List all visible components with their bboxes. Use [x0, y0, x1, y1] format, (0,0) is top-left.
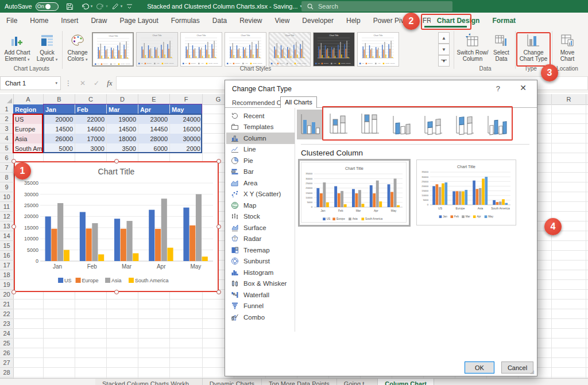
tab-file[interactable]: File	[0, 13, 24, 29]
row-header-22[interactable]: 22	[0, 309, 13, 319]
cell-F1[interactable]: May	[170, 104, 202, 114]
resize-grip[interactable]: ◢	[530, 369, 536, 375]
cell-A2[interactable]: US	[13, 114, 43, 124]
sheet-tab-top-more-data-points[interactable]: Top More Data Points	[262, 379, 337, 385]
row-headers[interactable]: 1234567891011121314151617181920212223242…	[0, 104, 14, 385]
cell-D1[interactable]: Mar	[107, 104, 138, 114]
chart-type-stock[interactable]: Stock	[226, 211, 295, 223]
cell-E1[interactable]: Apr	[138, 104, 169, 114]
subtype-3-d-stacked-column[interactable]	[420, 110, 446, 138]
subtype-clustered-column[interactable]	[297, 110, 322, 139]
column-header-D[interactable]: D	[107, 94, 138, 104]
row-header-2[interactable]: 2	[0, 114, 13, 124]
row-header-25[interactable]: 25	[0, 339, 13, 348]
cell-A4[interactable]: Asia	[13, 134, 43, 143]
select-data-button[interactable]: Select Data	[489, 31, 513, 62]
cell-D3[interactable]: 14500	[107, 124, 138, 134]
chart-style-thumbnail-3[interactable]: Chart TitleUSEuropeAsiaSouth America	[180, 32, 222, 67]
row-header-23[interactable]: 23	[0, 319, 13, 329]
cell-D4[interactable]: 18000	[107, 134, 138, 143]
subtype-3-d-100-stacked-column[interactable]	[452, 110, 477, 138]
tab-view[interactable]: View	[269, 13, 296, 29]
save-icon[interactable]	[66, 3, 74, 10]
chart-type-waterfall[interactable]: Waterfall	[226, 289, 295, 301]
chart-type-histogram[interactable]: Histogram	[226, 267, 295, 278]
chart-selection-handle[interactable]	[11, 224, 16, 229]
column-header-C[interactable]: C	[75, 94, 107, 104]
chart-selection-handle[interactable]	[11, 159, 16, 164]
chart-type-surface[interactable]: Surface	[226, 222, 295, 234]
cell-D5[interactable]: 3500	[107, 143, 138, 153]
cell-B4[interactable]: 26000	[44, 134, 75, 143]
row-header-7[interactable]: 7	[0, 163, 13, 173]
ok-button[interactable]: OK	[465, 361, 494, 374]
cell-A5[interactable]: South America	[13, 143, 43, 153]
row-header-24[interactable]: 24	[0, 329, 13, 339]
cell-C2[interactable]: 22000	[75, 114, 106, 124]
chart-selection-handle[interactable]	[216, 224, 221, 229]
sheet-tab-bar[interactable]: Stacked Column Charts Workb…Dynamic Char…	[0, 378, 588, 385]
ink-dropdown-icon[interactable]: ▾	[121, 4, 123, 9]
chart-selection-handle[interactable]	[114, 159, 119, 164]
tab-data[interactable]: Data	[206, 13, 233, 29]
dialog-close-icon[interactable]: ✕	[520, 83, 527, 92]
cell-E3[interactable]: 14450	[138, 124, 169, 134]
chart-type-map[interactable]: Map	[226, 200, 295, 211]
cell-C3[interactable]: 14600	[75, 124, 106, 134]
chart-selection-handle[interactable]	[11, 290, 16, 294]
redo-icon[interactable]	[96, 3, 104, 10]
row-header-18[interactable]: 18	[0, 270, 13, 280]
cell-F3[interactable]: 16000	[170, 124, 202, 134]
sheet-tab-dynamic-charts[interactable]: Dynamic Charts	[203, 379, 262, 385]
chart-type-combo[interactable]: Combo	[226, 312, 295, 323]
sheet-tab-going-t-[interactable]: Going t…	[337, 379, 378, 385]
column-header-F[interactable]: F	[170, 94, 203, 104]
tab-home[interactable]: Home	[24, 13, 55, 29]
column-header-A[interactable]: A	[13, 94, 44, 104]
redo-dropdown-icon[interactable]: ▾	[106, 4, 108, 9]
row-header-5[interactable]: 5	[0, 143, 13, 153]
preview-chart-selected[interactable]: Chart Title05000100001500020000250003000…	[298, 159, 411, 227]
cell-A3[interactable]: Europe	[13, 124, 43, 134]
cell-C4[interactable]: 17000	[75, 134, 106, 143]
search-input[interactable]: Search	[301, 1, 452, 11]
tab-format[interactable]: Format	[486, 13, 522, 29]
tab-all-charts[interactable]: All Charts	[280, 96, 317, 108]
row-header-15[interactable]: 15	[0, 241, 13, 251]
cancel-entry-icon[interactable]: ✕	[80, 79, 86, 87]
change-chart-type-button[interactable]: Change Chart Type	[517, 31, 550, 62]
tab-help[interactable]: Help	[340, 13, 367, 29]
chart-selection-handle[interactable]	[216, 290, 221, 294]
ink-pen-icon[interactable]	[112, 3, 119, 10]
gallery-expand-button[interactable]: ▼	[438, 55, 450, 67]
cell-E2[interactable]: 23000	[138, 114, 169, 124]
row-header-14[interactable]: 14	[0, 231, 13, 241]
worksheet-chart[interactable]: Chart Title05000100001500020000250003000…	[14, 161, 219, 292]
subtype-3-d-clustered-column[interactable]	[389, 110, 414, 138]
row-header-10[interactable]: 10	[0, 192, 13, 202]
row-header-1[interactable]: 1	[0, 104, 13, 114]
dialog-help-icon[interactable]: ?	[496, 84, 500, 93]
subtype-row[interactable]	[326, 110, 509, 138]
chart-style-thumbnail-1[interactable]: Chart TitleUSEuropeAsiaSouth America	[92, 32, 134, 67]
name-box[interactable]: Chart 1▾	[0, 76, 61, 90]
tab-page-layout[interactable]: Page Layout	[113, 13, 164, 29]
undo-icon[interactable]	[82, 3, 89, 10]
chart-type-pie[interactable]: Pie	[226, 155, 295, 166]
add-chart-element-button[interactable]: Add Chart Element ▾	[2, 31, 32, 63]
insert-function-icon[interactable]: fx	[107, 79, 112, 88]
chart-type-scatter[interactable]: X Y (Scatter)	[226, 189, 295, 200]
cell-A1[interactable]: Region	[13, 104, 43, 114]
row-header-28[interactable]: 28	[0, 368, 13, 378]
chart-type-bar[interactable]: Bar	[226, 166, 295, 178]
chart-selection-handle[interactable]	[114, 290, 119, 294]
row-header-26[interactable]: 26	[0, 348, 13, 358]
subtype-3-d-column[interactable]	[483, 110, 509, 138]
row-header-16[interactable]: 16	[0, 251, 13, 260]
gallery-scroll-down-button[interactable]: ▼	[438, 44, 450, 55]
tab-review[interactable]: Review	[233, 13, 268, 29]
move-chart-button[interactable]: Move Chart	[554, 31, 581, 62]
confirm-entry-icon[interactable]: ✓	[94, 79, 99, 87]
chart-type-area[interactable]: Area	[226, 177, 295, 189]
chart-type-recent[interactable]: Recent	[226, 110, 295, 122]
